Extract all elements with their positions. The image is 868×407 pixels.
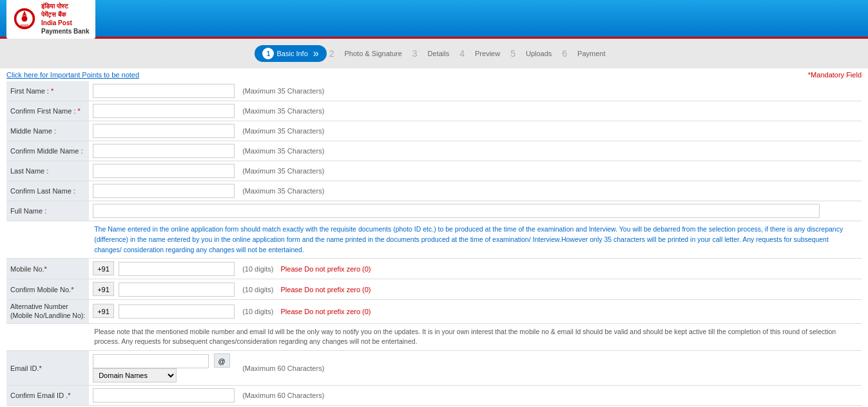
last-name-label: Last Name :	[6, 161, 89, 181]
confirm-middle-name-hint: (Maximum 35 Characters)	[238, 141, 374, 161]
alt-number-label: Alternative Number (Mobile No/Landline N…	[6, 300, 89, 323]
confirm-last-name-hint: (Maximum 35 Characters)	[238, 181, 374, 201]
first-name-input[interactable]	[93, 84, 235, 98]
confirm-first-name-input[interactable]	[93, 104, 235, 118]
full-name-input[interactable]	[93, 204, 820, 218]
confirm-last-name-label: Confirm Last Name :	[6, 181, 89, 201]
step-photo[interactable]: Photo & Signature	[337, 47, 410, 60]
svg-point-3	[22, 15, 28, 21]
mobile-hint: (10 digits)	[242, 265, 273, 273]
full-name-label: Full Name :	[6, 201, 89, 221]
confirm-middle-name-input-cell	[89, 141, 238, 161]
confirm-last-name-input-cell	[89, 181, 238, 201]
confirm-email-label: Confirm Email ID .*	[6, 386, 89, 406]
name-notice-row: The Name entered in the online applicati…	[6, 221, 862, 259]
mandatory-note: *Mandatory Field	[808, 71, 862, 79]
first-name-label: First Name : *	[6, 81, 89, 101]
email-input-cell: @ Domain Names gmail.com yahoo.com outlo…	[89, 351, 238, 386]
alt-number-prefix: +91	[93, 304, 114, 318]
step-basic-info[interactable]: 1 Basic Info »	[255, 45, 326, 62]
last-name-hint: (Maximum 35 Characters)	[238, 161, 374, 181]
confirm-middle-name-label: Confirm Middle Name :	[6, 141, 89, 161]
confirm-email-row: Confirm Email ID .* (Maximum 60 Characte…	[6, 386, 862, 406]
confirm-middle-name-input[interactable]	[93, 144, 235, 158]
step-divider-2: 3	[412, 48, 418, 59]
mobile-hint-cell: (10 digits) Please Do not prefix zero (0…	[238, 259, 374, 279]
header: POST इंडिया पोस्ट पेमेंट्स बैंक India Po…	[0, 0, 868, 39]
email-domain-select[interactable]: Domain Names gmail.com yahoo.com outlook…	[93, 368, 177, 382]
info-bar: Click here for Important Points to be no…	[6, 68, 862, 81]
confirm-mobile-warn: Please Do not prefix zero (0)	[281, 286, 371, 293]
confirm-mobile-row: Confirm Mobile No.* +91 (10 digits) Plea…	[6, 279, 862, 300]
steps-bar: 1 Basic Info » 2 Photo & Signature 3 Det…	[0, 39, 868, 68]
logo-text: इंडिया पोस्ट पेमेंट्स बैंक India Post Pa…	[41, 2, 89, 35]
last-name-row: Last Name : (Maximum 35 Characters)	[6, 161, 862, 181]
step-uploads[interactable]: Uploads	[518, 47, 559, 60]
confirm-email-input-cell	[89, 386, 238, 406]
confirm-mobile-hint-cell: (10 digits) Please Do not prefix zero (0…	[238, 279, 374, 300]
mobile-input[interactable]	[119, 262, 235, 276]
confirm-first-name-input-cell	[89, 101, 238, 121]
email-input[interactable]	[93, 354, 209, 368]
step-preview[interactable]: Preview	[467, 47, 508, 60]
mobile-notice-text: Please note that the mentioned mobile nu…	[89, 323, 862, 351]
alt-number-warn: Please Do not prefix zero (0)	[281, 308, 371, 315]
alt-number-hint-cell: (10 digits) Please Do not prefix zero (0…	[238, 300, 374, 323]
middle-name-row: Middle Name : (Maximum 35 Characters)	[6, 121, 862, 141]
email-at-symbol: @	[214, 353, 230, 368]
logo-emblem: POST	[13, 7, 36, 30]
alt-number-hint: (10 digits)	[242, 308, 273, 315]
form-table: First Name : * (Maximum 35 Characters) C…	[6, 81, 862, 407]
confirm-email-hint: (Maximum 60 Characters)	[238, 386, 374, 406]
step-label-3: Details	[428, 50, 450, 57]
mobile-row: Mobile No.* +91 (10 digits) Please Do no…	[6, 259, 862, 279]
mobile-input-cell: +91	[89, 259, 238, 279]
logo-box: POST इंडिया पोस्ट पेमेंट्स बैंक India Po…	[6, 0, 95, 39]
first-name-hint: (Maximum 35 Characters)	[238, 81, 374, 101]
email-hint: (Maximum 60 Characters)	[238, 351, 374, 386]
alt-number-input-cell: +91	[89, 300, 238, 323]
full-name-row: Full Name :	[6, 201, 862, 221]
first-name-input-cell	[89, 81, 238, 101]
main-content: Click here for Important Points to be no…	[0, 68, 868, 407]
step-label-2: Photo & Signature	[345, 50, 402, 57]
confirm-mobile-label: Confirm Mobile No.*	[6, 279, 89, 300]
step-divider-1: 2	[329, 48, 334, 59]
middle-name-input[interactable]	[93, 124, 235, 138]
step-payment[interactable]: Payment	[570, 47, 613, 60]
step-label-4: Preview	[475, 50, 500, 57]
step-label-6: Payment	[577, 50, 605, 57]
email-label: Email ID.*	[6, 351, 89, 386]
middle-name-label: Middle Name :	[6, 121, 89, 141]
first-name-row: First Name : * (Maximum 35 Characters)	[6, 81, 862, 101]
full-name-input-cell	[89, 201, 862, 221]
name-notice-text: The Name entered in the online applicati…	[89, 221, 862, 259]
alt-number-input[interactable]	[119, 304, 235, 319]
step-details[interactable]: Details	[420, 47, 458, 60]
alt-number-row: Alternative Number (Mobile No/Landline N…	[6, 300, 862, 323]
svg-text:POST: POST	[21, 24, 29, 27]
step-label-5: Uploads	[526, 50, 552, 57]
last-name-input-cell	[89, 161, 238, 181]
mobile-warn: Please Do not prefix zero (0)	[281, 265, 371, 273]
confirm-email-input[interactable]	[93, 388, 235, 402]
last-name-input[interactable]	[93, 164, 235, 178]
confirm-mobile-input[interactable]	[119, 283, 235, 297]
important-points-link[interactable]: Click here for Important Points to be no…	[6, 71, 139, 79]
step-divider-3: 4	[459, 48, 465, 59]
confirm-last-name-input[interactable]	[93, 184, 235, 198]
confirm-middle-name-row: Confirm Middle Name : (Maximum 35 Charac…	[6, 141, 862, 161]
step-divider-4: 5	[510, 48, 516, 59]
email-row: Email ID.* @ Domain Names gmail.com yaho…	[6, 351, 862, 386]
confirm-first-name-hint: (Maximum 35 Characters)	[238, 101, 374, 121]
confirm-first-name-label: Confirm First Name : *	[6, 101, 89, 121]
middle-name-hint: (Maximum 35 Characters)	[238, 121, 374, 141]
confirm-last-name-row: Confirm Last Name : (Maximum 35 Characte…	[6, 181, 862, 201]
confirm-first-name-row: Confirm First Name : * (Maximum 35 Chara…	[6, 101, 862, 121]
confirm-mobile-input-cell: +91	[89, 279, 238, 300]
confirm-mobile-hint: (10 digits)	[242, 286, 273, 293]
step-divider-5: 6	[562, 48, 567, 59]
mobile-notice-row: Please note that the mentioned mobile nu…	[6, 323, 862, 351]
mobile-prefix: +91	[93, 261, 114, 275]
mobile-label: Mobile No.*	[6, 259, 89, 279]
